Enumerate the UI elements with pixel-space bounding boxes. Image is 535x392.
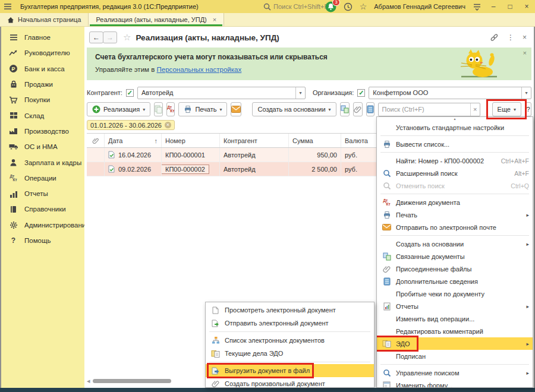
menu-item-send-email[interactable]: Отправить по электронной почте — [377, 221, 533, 233]
sidebar-item-pokupki[interactable]: Покупки — [1, 92, 84, 108]
menu-item-attached-files[interactable]: Присоединенные файлы — [377, 263, 533, 275]
print-button[interactable]: Печать▾ — [178, 102, 227, 116]
personal-settings-link[interactable]: Персональных настройках — [156, 66, 241, 73]
sidebar-item-pomosch[interactable]: ? Помощь — [1, 233, 84, 248]
organization-combobox[interactable]: Конфетпром ООО ▾ — [369, 87, 531, 99]
remove-period-filter-icon[interactable]: × — [165, 122, 171, 128]
menu-scroll-up-icon[interactable]: ▴ — [377, 117, 533, 121]
document-postings-button[interactable]: ДтКт — [166, 102, 175, 116]
menu-item-reports[interactable]: Отчеты ▸ — [377, 300, 533, 312]
period-filter-chip[interactable]: 01.01.2026 - 30.06.2026 × — [87, 120, 175, 130]
filter-row: Контрагент: ✓ Автотрейд ▾ Организация: ✓… — [87, 86, 531, 99]
dropdown-arrow-icon[interactable]: ▾ — [295, 87, 305, 99]
banner-close-icon[interactable]: × — [523, 49, 527, 56]
counterparty-combobox[interactable]: Автотрейд ▾ — [137, 87, 306, 99]
additional-info-button[interactable] — [366, 102, 374, 116]
attachment-column-header[interactable] — [87, 134, 105, 147]
more-button[interactable]: Еще▾ — [492, 102, 521, 116]
menu-item-find[interactable]: Найти: Номер - КП00-000002 Ctrl+Alt+F — [377, 154, 533, 167]
menu-item-output-list[interactable]: Вывести список... — [377, 138, 533, 150]
clear-search-icon[interactable]: × — [470, 103, 480, 116]
sidebar-item-zarplata-kadry[interactable]: Зарплата и кадры — [1, 154, 84, 170]
sidebar-item-proizvodstvo[interactable]: Производство — [1, 124, 84, 139]
sidebar-item-prodazhi[interactable]: Продажи — [1, 77, 84, 92]
menu-item-change-operation-type[interactable]: Изменить вид операции... — [377, 312, 533, 325]
submenu-item-edocuments-list[interactable]: Список электронных документов — [206, 334, 374, 347]
sidebar-item-otchety[interactable]: Отчеты — [1, 186, 84, 201]
attached-files-button[interactable] — [353, 102, 363, 116]
favorite-star-icon[interactable]: ☆ — [123, 32, 131, 43]
sidebar-item-spravochniki[interactable]: Справочники — [1, 201, 84, 217]
menu-item-advanced-search[interactable]: Расширенный поиск Alt+F — [377, 167, 533, 179]
organization-checkbox[interactable]: ✓ — [357, 89, 365, 97]
column-header-date[interactable]: Дата↑ — [105, 134, 162, 147]
dropdown-arrow-icon[interactable]: ▾ — [521, 87, 531, 99]
menu-item-signed[interactable]: Подписан — [377, 350, 533, 362]
notifications-button[interactable]: 3 — [325, 1, 336, 12]
submenu-arrow-icon: ▸ — [526, 370, 529, 376]
form-close-icon[interactable]: × — [523, 33, 527, 42]
help-button[interactable]: ? — [525, 102, 531, 116]
menu-item-receipts[interactable]: Пробитые чеки по документу — [377, 287, 533, 300]
maximize-button[interactable]: □ — [505, 2, 515, 11]
menu-item-edit-comment[interactable]: Редактировать комментарий — [377, 325, 533, 337]
forward-button[interactable]: → — [103, 31, 117, 43]
menu-item-search-management[interactable]: Управление поиском ▸ — [377, 366, 533, 379]
submenu-item-edo-tasks[interactable]: Текущие дела ЭДО — [206, 347, 374, 360]
sidebar-item-rukovoditelyu[interactable]: Руководителю — [1, 45, 84, 61]
sidebar-item-os-nma[interactable]: ОС и НМА — [1, 139, 84, 154]
sidebar-item-operacii[interactable]: ДтКт Операции — [1, 170, 84, 186]
submenu-item-send-edocument[interactable]: Отправить электронный документ — [206, 317, 374, 330]
edo-icon — [210, 350, 221, 358]
paperclip-icon — [210, 380, 221, 388]
sidebar-item-bank-kassa[interactable]: P Банк и касса — [1, 61, 84, 77]
submenu-item-view-edocument[interactable]: Просмотреть электронный документ — [206, 304, 374, 317]
service-menu-button[interactable] — [473, 3, 482, 11]
global-search[interactable]: Поиск Ctrl+Shift+F — [263, 3, 328, 11]
menu-item-standard-settings[interactable]: Установить стандартные настройки — [377, 121, 533, 134]
history-button[interactable] — [344, 2, 353, 11]
submenu-item-create-custom-document[interactable]: Создать произвольный документ — [206, 377, 374, 388]
ruble-icon: P — [8, 64, 18, 73]
menu-item-related-documents[interactable]: Связанные документы — [377, 250, 533, 263]
column-header-number[interactable]: Номер — [162, 134, 220, 147]
minimize-button[interactable]: – — [489, 2, 498, 11]
menu-item-document-postings[interactable]: ДтКт Движения документа — [377, 196, 533, 208]
tab-close-icon[interactable]: × — [213, 16, 216, 23]
main-menu-icon[interactable] — [4, 3, 12, 10]
related-documents-icon — [382, 252, 392, 261]
menu-item-edo[interactable]: ЭДО ▸ — [377, 337, 533, 350]
search-input[interactable] — [379, 106, 470, 113]
menu-item-additional-info[interactable]: Дополнительные сведения — [377, 275, 533, 287]
menu-item-create-based-on[interactable]: Создать на основании ▸ — [377, 238, 533, 250]
get-link-button[interactable] — [490, 33, 499, 42]
tab-realizaciya[interactable]: Реализация (акты, накладные, УПД) × — [88, 13, 224, 26]
menu-separator — [209, 331, 370, 332]
selected-cell[interactable]: КП00-000002 — [162, 165, 209, 174]
barchart-icon — [8, 190, 18, 198]
counterparty-checkbox[interactable]: ✓ — [126, 89, 134, 97]
list-search-field[interactable]: × — [378, 103, 480, 116]
menu-item-change-form[interactable]: Изменить форму... — [377, 379, 533, 388]
boxes-icon — [8, 112, 18, 119]
form-more-icon[interactable]: ⋮ — [507, 33, 514, 42]
copy-button[interactable] — [154, 102, 163, 116]
related-documents-button[interactable] — [340, 102, 350, 116]
column-header-amount[interactable]: Сумма — [289, 134, 341, 147]
favorites-button[interactable]: ☆ — [360, 2, 367, 11]
scroll-left-icon[interactable]: ◂ — [87, 377, 90, 385]
submenu-arrow-icon: ▸ — [526, 212, 529, 218]
tab-home[interactable]: Начальная страница — [0, 13, 88, 26]
back-button[interactable]: ← — [89, 31, 103, 43]
create-based-on-button[interactable]: Создать на основании▾ — [252, 102, 336, 116]
menu-item-print[interactable]: Печать ▸ — [377, 208, 533, 221]
sidebar-item-administrirovanie[interactable]: Администрирование — [1, 217, 84, 233]
column-header-counterparty[interactable]: Контрагент — [220, 134, 289, 147]
submenu-item-export-document[interactable]: Выгрузить документ в файл — [206, 364, 374, 377]
send-email-button[interactable] — [231, 102, 241, 116]
sidebar-item-sklad[interactable]: Склад — [1, 108, 84, 123]
sidebar-item-glavnoe[interactable]: Главное — [1, 30, 84, 45]
create-document-button[interactable]: Реализация▾ — [87, 102, 150, 116]
close-window-button[interactable]: × — [522, 2, 531, 11]
scrollbar-thumb[interactable] — [93, 379, 171, 383]
